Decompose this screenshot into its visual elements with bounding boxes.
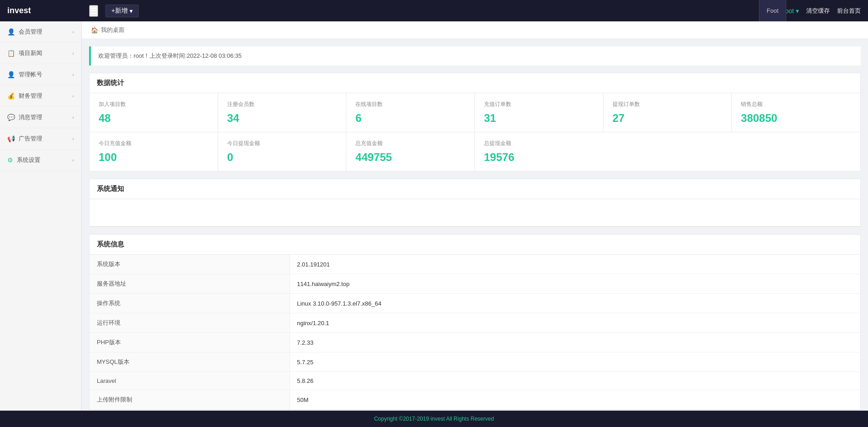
sysinfo-row: 上传附件限制 50M xyxy=(90,390,860,410)
header-right: root ▾ 清空缓存 前台首页 xyxy=(783,7,861,15)
stat-label-3: 充值订单数 xyxy=(484,100,594,108)
chevron-icon: ‹ xyxy=(72,115,74,120)
sysinfo-value: 7.2.33 xyxy=(289,333,860,352)
manage-account-icon: 👤 xyxy=(7,71,15,78)
stat-card-4: 提现订单数 27 xyxy=(604,93,732,132)
sysinfo-label: PHP版本 xyxy=(90,333,289,352)
foot-tab[interactable]: Foot xyxy=(759,0,786,21)
sysinfo-row: 服务器地址 1141.haiwaiym2.top xyxy=(90,274,860,294)
content-area: 欢迎管理员：root！上次登录时间:2022-12-08 03:06:35 数据… xyxy=(82,39,868,424)
stat-label-r2-3: 总提现金额 xyxy=(484,140,594,147)
footer: Copyright ©2017-2019 invest All Rights R… xyxy=(0,411,868,424)
sysinfo-label: 服务器地址 xyxy=(90,274,289,294)
sysinfo-value: 2.01.191201 xyxy=(289,255,860,274)
breadcrumb: 🏠 我的桌面 xyxy=(82,21,868,39)
stat-value-5: 380850 xyxy=(741,112,851,125)
stat-value-r2-2: 449755 xyxy=(355,151,465,164)
sysinfo-label: 操作系统 xyxy=(90,294,289,313)
stat-label-r2-2: 总充值金额 xyxy=(355,140,465,147)
sysinfo-row: 系统版本 2.01.191201 xyxy=(90,255,860,274)
sysinfo-label: Laravel xyxy=(90,372,289,390)
settings-icon: ⚙ xyxy=(7,156,13,164)
stat-card-0: 加入项目数 48 xyxy=(90,93,218,132)
frontend-home-button[interactable]: 前台首页 xyxy=(837,7,861,15)
chevron-icon: ‹ xyxy=(72,29,74,35)
logo: invest xyxy=(7,6,89,15)
sysinfo-row: PHP版本 7.2.33 xyxy=(90,333,860,352)
stats-row1: 加入项目数 48 注册会员数 34 在线项目数 6 充值订单数 31 xyxy=(90,93,860,132)
sysinfo-value: Linux 3.10.0-957.1.3.el7.x86_64 xyxy=(289,294,860,313)
sysinfo-row: Laravel 5.8.26 xyxy=(90,372,860,390)
sidebar-item-label: 消息管理 xyxy=(19,113,42,121)
stat-value-0: 48 xyxy=(99,112,209,125)
sysinfo-value: nginx/1.20.1 xyxy=(289,313,860,333)
sidebar-item-message[interactable]: 💬 消息管理 ‹ xyxy=(0,107,81,128)
stat-value-r2-0: 100 xyxy=(99,151,209,164)
clear-cache-button[interactable]: 清空缓存 xyxy=(806,7,830,15)
header: invest ☰ +新增 ▾ Foot root ▾ 清空缓存 前台首页 xyxy=(0,0,868,21)
main-content: 🏠 我的桌面 欢迎管理员：root！上次登录时间:2022-12-08 03:0… xyxy=(82,21,868,424)
notice-content xyxy=(90,199,860,226)
chevron-down-icon: ▾ xyxy=(130,7,133,15)
sidebar-item-label: 财务管理 xyxy=(19,92,42,100)
sidebar-item-label: 会员管理 xyxy=(19,28,42,36)
menu-toggle-button[interactable]: ☰ xyxy=(89,5,98,17)
chevron-icon: ‹ xyxy=(72,50,74,56)
notice-section: 系统通知 xyxy=(89,179,861,227)
stat-label-1: 注册会员数 xyxy=(227,100,337,108)
sidebar-item-label: 项目新闻 xyxy=(19,49,42,57)
chevron-icon: ‹ xyxy=(72,136,74,141)
sysinfo-section: 系统信息 系统版本 2.01.191201 服务器地址 1141.haiwaiy… xyxy=(89,234,861,410)
member-icon: 👤 xyxy=(7,28,15,35)
sysinfo-row: 操作系统 Linux 3.10.0-957.1.3.el7.x86_64 xyxy=(90,294,860,313)
stats-row2: 今日充值金额 100 今日提现金额 0 总充值金额 449755 总提现金额 1… xyxy=(90,132,860,171)
sysinfo-label: 系统版本 xyxy=(90,255,289,274)
stat-card-r2-0: 今日充值金额 100 xyxy=(90,132,218,171)
sidebar-item-finance[interactable]: 💰 财务管理 ‹ xyxy=(0,85,81,107)
sidebar-item-label: 系统设置 xyxy=(17,156,40,164)
stats-section: 数据统计 加入项目数 48 注册会员数 34 在线项目数 6 xyxy=(89,73,861,171)
sysinfo-row: 运行环境 nginx/1.20.1 xyxy=(90,313,860,333)
breadcrumb-path: 我的桌面 xyxy=(101,26,125,34)
sidebar-item-ads[interactable]: 📢 广告管理 ‹ xyxy=(0,128,81,150)
stats-title: 数据统计 xyxy=(90,73,860,93)
footer-text: Copyright ©2017-2019 invest All Rights R… xyxy=(374,416,494,422)
layout: 👤 会员管理 ‹ 📋 项目新闻 ‹ 👤 管理帐号 ‹ 💰 财务管理 ‹ xyxy=(0,21,868,424)
welcome-text: 欢迎管理员：root！上次登录时间:2022-12-08 03:06:35 xyxy=(98,52,242,59)
stat-value-3: 31 xyxy=(484,112,594,125)
sysinfo-label: MYSQL版本 xyxy=(90,352,289,372)
sidebar: 👤 会员管理 ‹ 📋 项目新闻 ‹ 👤 管理帐号 ‹ 💰 财务管理 ‹ xyxy=(0,21,82,424)
ads-icon: 📢 xyxy=(7,135,15,142)
sysinfo-label: 运行环境 xyxy=(90,313,289,333)
finance-icon: 💰 xyxy=(7,92,15,100)
sysinfo-table: 系统版本 2.01.191201 服务器地址 1141.haiwaiym2.to… xyxy=(90,255,860,409)
message-icon: 💬 xyxy=(7,114,15,121)
sidebar-item-member[interactable]: 👤 会员管理 ‹ xyxy=(0,21,81,43)
sysinfo-value: 5.8.26 xyxy=(289,372,860,390)
stat-label-2: 在线项目数 xyxy=(355,100,465,108)
stat-card-5: 销售总额 380850 xyxy=(732,93,860,132)
sidebar-item-settings[interactable]: ⚙ 系统设置 ‹ xyxy=(0,150,81,171)
stat-label-5: 销售总额 xyxy=(741,100,851,108)
stat-card-r2-1: 今日提现金额 0 xyxy=(218,132,347,171)
sysinfo-row: MYSQL版本 5.7.25 xyxy=(90,352,860,372)
sysinfo-value: 1141.haiwaiym2.top xyxy=(289,274,860,294)
stat-value-2: 6 xyxy=(355,112,465,125)
stat-value-1: 34 xyxy=(227,112,337,125)
sysinfo-title: 系统信息 xyxy=(90,235,860,255)
stat-card-r2-2: 总充值金额 449755 xyxy=(346,132,475,171)
stat-card-3: 充值订单数 31 xyxy=(475,93,604,132)
stat-label-r2-0: 今日充值金额 xyxy=(99,140,209,147)
welcome-box: 欢迎管理员：root！上次登录时间:2022-12-08 03:06:35 xyxy=(89,46,861,65)
notice-title: 系统通知 xyxy=(90,179,860,199)
stat-card-r2-3: 总提现金额 19576 xyxy=(475,132,604,171)
sidebar-item-project-news[interactable]: 📋 项目新闻 ‹ xyxy=(0,43,81,64)
stat-label-r2-1: 今日提现金额 xyxy=(227,140,337,147)
chevron-icon: ‹ xyxy=(72,157,74,163)
sysinfo-value: 50M xyxy=(289,390,860,410)
new-button[interactable]: +新增 ▾ xyxy=(105,5,139,17)
chevron-icon: ‹ xyxy=(72,72,74,77)
sidebar-item-manage-account[interactable]: 👤 管理帐号 ‹ xyxy=(0,64,81,85)
project-news-icon: 📋 xyxy=(7,50,15,57)
stat-value-4: 27 xyxy=(613,112,723,125)
